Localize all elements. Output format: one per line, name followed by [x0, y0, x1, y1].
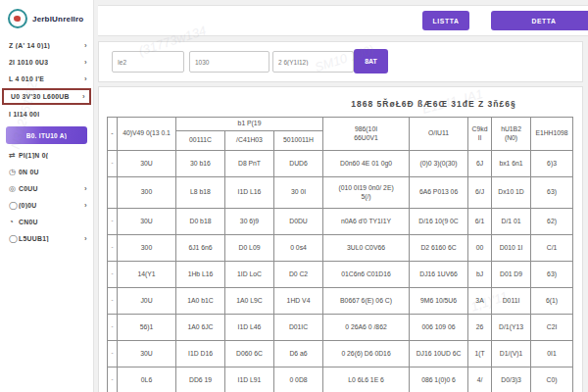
table-cell: 00 — [468, 235, 492, 262]
sidebar-item-10[interactable]: ◯ (0)0U › — [0, 197, 93, 214]
table-cell: 1A0 6JC — [176, 315, 225, 341]
table-cell: D010 1I — [492, 235, 531, 262]
table-cell: D1/(V)1 — [492, 341, 531, 368]
table-row[interactable]: 300L8 b18I1D L1630 0I(010 0I19 0n0/ 2E) … — [108, 177, 573, 209]
table-cell: 300 — [118, 235, 176, 262]
table-cell: C/1 — [531, 235, 573, 262]
table-row[interactable]: -3006J1 6n6D0 L090 0s43UL0 C0V66D2 6160 … — [108, 235, 573, 262]
table-cell: - — [108, 235, 118, 262]
table-cell: 6)3 — [531, 151, 573, 177]
topbar: LISTTA DETTA — [98, 5, 588, 36]
table-cell: 1A0 b1C — [176, 288, 225, 315]
sidebar-item-4-highlighted[interactable]: U0 3V'30 L600UB › — [2, 88, 91, 105]
table-cell: - — [108, 315, 118, 341]
listta-button[interactable]: LISTTA — [422, 11, 469, 30]
column-group-header: b1 P(19 — [176, 118, 323, 131]
filter-input-1[interactable] — [112, 51, 184, 73]
table-row[interactable]: -30U30 b16D8 PnTDUD6D0n60 4E 01 0g0(0)0 … — [108, 151, 573, 177]
sidebar-item-8[interactable]: ◷ 0N 0U — [0, 164, 93, 180]
table-cell: 63) — [531, 262, 573, 288]
table-cell: DJ16 10UD 6C — [410, 341, 468, 368]
sidebar-item-7[interactable]: ⇄ PI(1]N 0( — [0, 147, 93, 164]
sidebar-item-label: 2I 1010 0U3 — [9, 59, 48, 66]
app-title: JerblUnrellro — [32, 15, 83, 24]
clock-icon: ◷ — [9, 169, 19, 176]
sidebar-item-label: CN0U — [19, 219, 38, 225]
filter-input-2[interactable] — [189, 51, 270, 73]
table-cell: D060 6C — [225, 341, 274, 368]
table-cell: DJ16 1UV66 — [410, 262, 468, 288]
table-cell: - — [108, 341, 118, 368]
table-cell: 300 — [118, 177, 176, 209]
table-cell: DD6 19 — [176, 368, 225, 392]
table-cell: Dx10 1D — [492, 177, 531, 209]
chevron-right-icon: › — [82, 74, 87, 83]
table-row[interactable]: -30UI1D D16D060 6CD6 a60 26(6) D6 0D16DJ… — [108, 341, 573, 368]
table-cell: bJ — [468, 262, 492, 288]
data-table: - 40)V49 0(13 0.1 b1 P(19 986(10I 66U0V1… — [107, 117, 573, 392]
table-cell: 086 1(0)0 6 — [410, 368, 468, 392]
sidebar-item-5[interactable]: I 1I14 00I — [0, 106, 93, 122]
table-cell: C0) — [531, 368, 573, 392]
table-cell: 4/ — [468, 368, 492, 392]
sidebar-item-6-active[interactable]: B0. ITU10 A) — [6, 126, 87, 144]
column-subheader-2: /C41H03 — [225, 131, 274, 151]
table-cell: D0/3)3 — [492, 368, 531, 392]
table-cell: 9M6 10/5U6 — [410, 288, 468, 315]
sidebar-item-label: B0. ITU10 A) — [26, 132, 68, 139]
chevron-right-icon: › — [82, 234, 87, 243]
table-cell: 30U — [118, 209, 176, 235]
table-row[interactable]: -0L6DD6 19I1D L910 0D8L0 6L6 1E 6086 1(0… — [108, 368, 573, 392]
sidebar-item-2[interactable]: 2I 1010 0U3 › — [0, 54, 93, 71]
sidebar-menu: Z (A' 14 0)1) › 2I 1010 0U3 › L 4 010 I'… — [0, 32, 93, 247]
chevron-right-icon: › — [82, 58, 87, 67]
sidebar-item-3[interactable]: L 4 010 I'E › — [0, 71, 93, 87]
sidebar: JerblUnrellro Z (A' 14 0)1) › 2I 1010 0U… — [0, 0, 94, 392]
table-cell: 1ID LoC — [225, 262, 274, 288]
detta-button[interactable]: DETTA — [491, 11, 588, 30]
column-header-8: C9kd Il — [468, 118, 492, 151]
table-cell: D0 L09 — [225, 235, 274, 262]
table-cell: L8 b18 — [176, 177, 225, 209]
table-row[interactable]: -J0U1A0 b1C1A0 L9C1HD V4B0667 6(E) 06 C)… — [108, 288, 573, 315]
table-cell: - — [108, 151, 118, 177]
table-row[interactable]: -14(Y11Hb L161ID LoCD0 C201C6n6 C01D16DJ… — [108, 262, 573, 288]
sidebar-item-9[interactable]: ◎ C0UU › — [0, 180, 93, 197]
filter-input-3[interactable] — [272, 51, 354, 73]
circle-icon: ◯ — [9, 202, 19, 210]
table-cell: D01IC — [274, 315, 323, 341]
table-cell: C2I — [531, 315, 573, 341]
table-cell: 6(1) — [531, 288, 573, 315]
table-cell: 0 26(6) D6 0D16 — [323, 341, 410, 368]
sidebar-item-label: (0)0U — [19, 202, 37, 209]
table-cell: 6/1 — [468, 209, 492, 235]
table-cell: 0L6 — [118, 368, 176, 392]
sidebar-item-12[interactable]: ◯ L5UUB1] › — [0, 230, 93, 247]
column-header-2: 40)V49 0(13 0.1 — [118, 118, 176, 151]
table-cell: 3UL0 C0V66 — [323, 235, 410, 262]
sidebar-item-label: 0N 0U — [19, 169, 39, 175]
circle-icon: ◎ — [9, 185, 19, 193]
table-row[interactable]: -56)11A0 6JCI1D L46D01IC0 26A6 0 /862006… — [108, 315, 573, 341]
chevron-right-icon: › — [80, 92, 85, 101]
table-cell: 30U — [118, 151, 176, 177]
table-cell: 30 0I — [274, 177, 323, 209]
table-cell: D/1 01 — [492, 209, 531, 235]
column-header-marker: - — [108, 118, 118, 151]
table-row[interactable]: -30UD0 b1830 6)9D0DUn0A6 d'0 TY1I1YD/16 … — [108, 209, 573, 235]
table-cell: I1D L16 — [225, 177, 274, 209]
sidebar-item-1[interactable]: Z (A' 14 0)1) › — [0, 37, 93, 54]
search-button[interactable]: 8AT — [354, 49, 388, 74]
table-cell: 1Hb L16 — [176, 262, 225, 288]
sidebar-item-label: C0UU — [19, 185, 38, 192]
table-cell: D0n60 4E 01 0g0 — [323, 151, 410, 177]
column-header-9: hU1B2 (N0) — [492, 118, 531, 151]
sidebar-item-11[interactable]: ◔ CN0U — [0, 214, 93, 230]
table-cell: (010 0I19 0n0/ 2E) 5(/) — [323, 177, 410, 209]
chevron-right-icon: › — [82, 201, 87, 210]
table-cell: 30U — [118, 341, 176, 368]
table-cell: DUD6 — [274, 151, 323, 177]
table-cell: 6J — [468, 151, 492, 177]
sidebar-item-label: PI(1]N 0( — [19, 152, 48, 159]
table-cell: 0 0s4 — [274, 235, 323, 262]
